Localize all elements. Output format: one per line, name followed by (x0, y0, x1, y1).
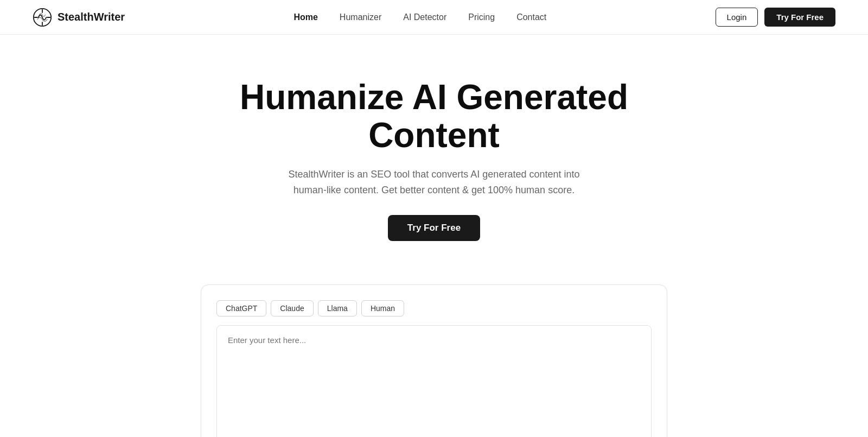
navbar: StealthWriter Home Humanizer AI Detector… (0, 0, 868, 35)
demo-tab-chatgpt[interactable]: ChatGPT (216, 300, 266, 316)
brand-name: StealthWriter (58, 11, 125, 23)
demo-tab-human[interactable]: Human (361, 300, 404, 316)
nav-item-ai-detector[interactable]: AI Detector (403, 12, 446, 22)
nav-item-humanizer[interactable]: Humanizer (340, 12, 381, 22)
demo-tabs: ChatGPT Claude Llama Human (216, 300, 652, 316)
nav-item-home[interactable]: Home (293, 12, 317, 22)
login-button[interactable]: Login (716, 8, 758, 27)
brand-icon (33, 8, 52, 27)
try-free-hero-button[interactable]: Try For Free (388, 215, 480, 241)
hero-title: Humanize AI Generated Content (190, 78, 678, 155)
demo-textarea[interactable] (217, 326, 651, 437)
nav-item-contact[interactable]: Contact (516, 12, 546, 22)
nav-actions: Login Try For Free (716, 8, 835, 27)
nav-links: Home Humanizer AI Detector Pricing Conta… (293, 12, 546, 22)
nav-item-pricing[interactable]: Pricing (468, 12, 495, 22)
hero-section: Humanize AI Generated Content StealthWri… (0, 35, 868, 268)
try-free-nav-button[interactable]: Try For Free (764, 8, 835, 27)
demo-section: ChatGPT Claude Llama Human (0, 268, 868, 437)
demo-tab-claude[interactable]: Claude (271, 300, 313, 316)
demo-card: ChatGPT Claude Llama Human (201, 284, 667, 437)
demo-tab-llama[interactable]: Llama (318, 300, 357, 316)
brand-logo-link[interactable]: StealthWriter (33, 8, 125, 27)
hero-subtitle: StealthWriter is an SEO tool that conver… (282, 167, 586, 198)
demo-textarea-wrapper (216, 325, 652, 437)
